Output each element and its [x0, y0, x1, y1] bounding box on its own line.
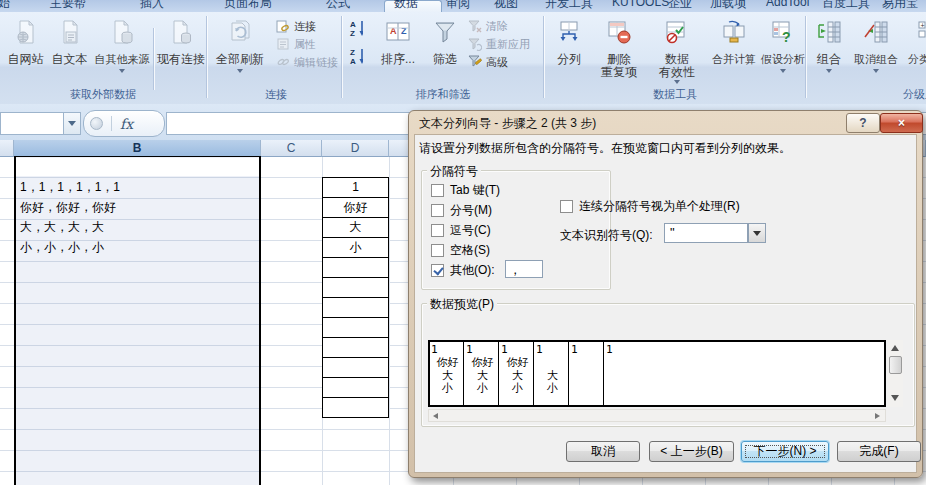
- cell-b4[interactable]: 大，大，大，大: [20, 217, 256, 237]
- text-to-columns-button[interactable]: 分列: [548, 14, 590, 88]
- cell-d8[interactable]: [323, 298, 388, 318]
- filter-button[interactable]: 筛选: [426, 14, 464, 88]
- name-box[interactable]: [0, 112, 64, 135]
- data-validation-button[interactable]: 数据 有效性: [648, 14, 706, 88]
- clear-filter-button[interactable]: 清除: [468, 18, 508, 34]
- checkbox-icon: [431, 184, 444, 197]
- cell-d13[interactable]: [323, 398, 388, 417]
- cell-d12[interactable]: [323, 378, 388, 398]
- cell-d3[interactable]: 你好: [323, 198, 388, 218]
- cell-b2[interactable]: 1，1，1，1，1，1: [20, 177, 256, 197]
- tab-baidu-tools[interactable]: 百度工具: [822, 0, 870, 12]
- ungroup-cells-icon: [862, 17, 890, 47]
- tab-developer[interactable]: 开发工具: [545, 0, 593, 12]
- delimiter-space-checkbox[interactable]: 空格(S): [431, 242, 490, 259]
- tab-addtool[interactable]: AddTool: [766, 0, 809, 9]
- delimiter-comma-label: 逗号(C): [450, 222, 491, 239]
- cell-d2[interactable]: 1: [323, 178, 388, 198]
- cell-d9[interactable]: [323, 318, 388, 338]
- other-delimiter-input[interactable]: ，: [505, 260, 543, 278]
- subtotal-button[interactable]: + 分类汇总: [904, 14, 926, 88]
- what-if-analysis-caret-icon: [780, 69, 786, 73]
- properties-icon: [276, 37, 290, 51]
- refresh-all-button[interactable]: 全部刷新: [212, 14, 268, 88]
- cell-d4[interactable]: 大: [323, 218, 388, 238]
- preview-vertical-scrollbar[interactable]: [888, 340, 903, 407]
- cell-d6[interactable]: [323, 258, 388, 278]
- group-button[interactable]: 组合: [810, 14, 848, 88]
- tab-custom[interactable]: 主要帮: [50, 0, 86, 12]
- what-if-analysis-button[interactable]: ? 假设分析: [760, 14, 806, 88]
- tab-kutools[interactable]: KUTOOLS: [612, 0, 669, 9]
- cell-d7[interactable]: [323, 278, 388, 298]
- text-qualifier-label: 文本识别符号(Q):: [560, 227, 653, 244]
- cancel-button[interactable]: 取消: [566, 441, 640, 462]
- scroll-up-icon[interactable]: [891, 345, 899, 351]
- sort-ascending-button[interactable]: AZ: [349, 20, 363, 36]
- cell-b5[interactable]: 小，小，小，小: [20, 237, 256, 257]
- from-other-sources-button[interactable]: 自其他来源: [92, 14, 152, 88]
- advanced-filter-icon: [468, 55, 482, 69]
- dialog-title[interactable]: 文本分列向导 - 步骤之 2 (共 3 步): [419, 115, 596, 132]
- reapply-filter-button[interactable]: 重新应用: [468, 36, 530, 52]
- active-cell-b1[interactable]: [16, 158, 259, 176]
- cell-d10[interactable]: [323, 338, 388, 358]
- help-icon: ?: [859, 116, 866, 130]
- preview-cell: 小: [535, 382, 570, 395]
- ungroup-button[interactable]: 取消组合: [850, 14, 902, 88]
- insert-function-button[interactable]: fx: [83, 110, 165, 137]
- tab-page-layout[interactable]: 页面布局: [224, 0, 272, 12]
- tab-view[interactable]: 视图: [494, 0, 518, 12]
- delimiter-semicolon-checkbox[interactable]: 分号(M): [431, 202, 492, 219]
- sort-dialog-button[interactable]: AZ 排序...: [374, 14, 422, 88]
- tab-home[interactable]: 开始: [0, 0, 10, 12]
- cell-d5[interactable]: 小: [323, 238, 388, 258]
- reapply-filter-label: 重新应用: [486, 37, 530, 52]
- from-text-icon: [57, 17, 83, 47]
- existing-connections-button[interactable]: 现有连接: [156, 14, 206, 88]
- scrollbar-thumb[interactable]: [889, 356, 902, 374]
- next-button[interactable]: 下一步(N) >: [741, 441, 829, 462]
- cell-b3[interactable]: 你好，你好，你好: [20, 197, 256, 217]
- clear-filter-icon: [468, 19, 482, 33]
- delimiter-tab-checkbox[interactable]: Tab 键(T): [431, 182, 500, 199]
- combobox-dropdown-button[interactable]: [748, 223, 766, 243]
- column-header-d[interactable]: D: [322, 140, 389, 157]
- advanced-filter-button[interactable]: 高级: [468, 54, 508, 70]
- dialog-help-button[interactable]: ?: [846, 113, 880, 133]
- delimiter-comma-checkbox[interactable]: 逗号(C): [431, 222, 491, 239]
- from-text-button[interactable]: 自文本: [48, 14, 91, 88]
- consolidate-button[interactable]: 合并计算: [708, 14, 760, 88]
- properties-button[interactable]: 属性: [276, 36, 316, 52]
- remove-duplicates-button[interactable]: 删除 重复项: [592, 14, 646, 88]
- scroll-left-icon[interactable]: [433, 413, 438, 419]
- scroll-down-icon[interactable]: [891, 395, 899, 401]
- name-box-dropdown-button[interactable]: [63, 112, 81, 135]
- treat-consecutive-checkbox[interactable]: 连续分隔符号视为单个处理(R): [560, 198, 740, 215]
- from-web-button[interactable]: 自网站: [4, 14, 47, 88]
- preview-horizontal-scrollbar[interactable]: [428, 409, 886, 422]
- connections-button[interactable]: 连接: [276, 18, 316, 34]
- tab-insert[interactable]: 插入: [140, 0, 164, 12]
- consolidate-label: 合并计算: [712, 53, 756, 66]
- scroll-right-icon[interactable]: [875, 413, 880, 419]
- column-header-a-sliver[interactable]: [0, 140, 14, 157]
- tab-review[interactable]: 审阅: [446, 0, 470, 12]
- tab-formulas[interactable]: 公式: [326, 0, 350, 12]
- column-header-c[interactable]: C: [261, 140, 322, 157]
- existing-connections-icon: [168, 17, 194, 47]
- delimiter-other-checkbox[interactable]: 其他(O):: [431, 262, 495, 279]
- tab-yiyongbao[interactable]: 易用宝: [882, 0, 918, 12]
- cell-d11[interactable]: [323, 358, 388, 378]
- finish-button[interactable]: 完成(F): [837, 441, 921, 462]
- tab-addins[interactable]: 加载项: [710, 0, 746, 12]
- ungroup-label-text: 取消组合: [854, 53, 898, 66]
- dialog-close-button[interactable]: ×: [880, 113, 923, 133]
- back-button[interactable]: < 上一步(B): [649, 441, 734, 462]
- sort-descending-button[interactable]: ZA: [349, 48, 363, 64]
- tab-data[interactable]: 数据: [394, 0, 418, 12]
- tab-enterprise[interactable]: 企业: [668, 0, 692, 12]
- edit-links-button[interactable]: 编辑链接: [276, 54, 338, 70]
- column-header-b[interactable]: B: [14, 140, 261, 157]
- checkbox-icon: [431, 244, 444, 257]
